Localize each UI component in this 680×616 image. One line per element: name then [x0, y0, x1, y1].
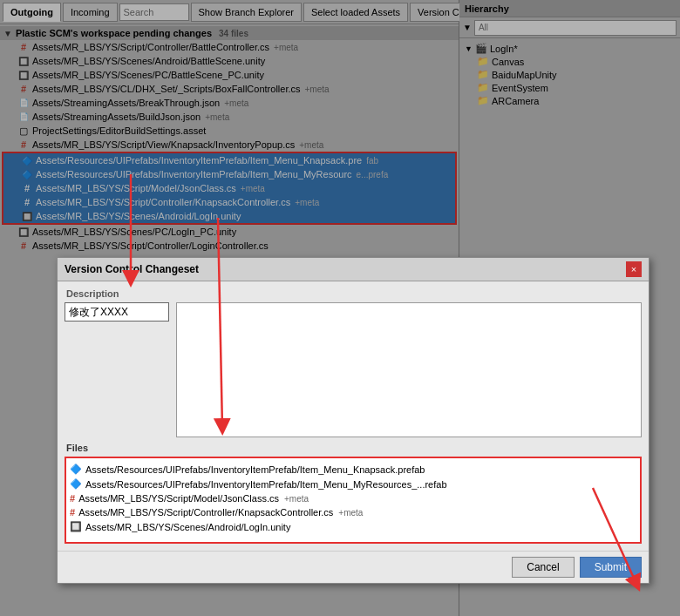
- file-path: Assets/Resources/UIPrefabs/InventoryItem…: [85, 479, 447, 490]
- modal-titlebar: Version Control Changeset ×: [58, 258, 649, 281]
- cancel-button[interactable]: Cancel: [512, 557, 574, 578]
- modal-file-item: 🔷 Assets/Resources/UIPrefabs/InventoryIt…: [70, 477, 636, 491]
- modal-file-item: 🔷 Assets/Resources/UIPrefabs/InventoryIt…: [70, 462, 636, 477]
- prefab-icon: 🔷: [70, 464, 82, 475]
- modal-overlay: Version Control Changeset × Description …: [0, 0, 680, 616]
- files-list: 🔷 Assets/Resources/UIPrefabs/InventoryIt…: [65, 457, 642, 544]
- modal-file-item: 🔲 Assets/MR_LBS/YS/Scenes/Android/LogIn.…: [70, 519, 636, 534]
- cs-icon: #: [70, 507, 75, 518]
- modal-body: Description Files 🔷 Assets/Resources/UIP…: [58, 281, 649, 551]
- file-path: Assets/MR_LBS/YS/Script/Model/JsonClass.…: [78, 493, 279, 504]
- file-path: Assets/Resources/UIPrefabs/InventoryItem…: [85, 464, 425, 475]
- prefab-icon: 🔷: [70, 478, 82, 490]
- unity-icon: 🔲: [70, 521, 82, 532]
- cs-icon: #: [70, 493, 75, 504]
- submit-button[interactable]: Submit: [580, 557, 642, 578]
- modal-file-item: # Assets/MR_LBS/YS/Script/Controller/Kna…: [70, 505, 636, 519]
- files-label: Files: [65, 443, 642, 453]
- modal-title: Version Control Changeset: [65, 263, 199, 275]
- main-window: Outgoing Incoming Show Branch Explorer S…: [0, 0, 680, 616]
- modal-file-item: # Assets/MR_LBS/YS/Script/Model/JsonClas…: [70, 491, 636, 505]
- description-label: Description: [65, 288, 642, 299]
- version-control-dialog: Version Control Changeset × Description …: [57, 257, 649, 584]
- modal-close-button[interactable]: ×: [626, 261, 642, 277]
- description-input[interactable]: [65, 302, 169, 322]
- description-textarea[interactable]: [176, 302, 642, 437]
- modal-footer: Cancel Submit: [58, 551, 649, 583]
- meta-tag: +meta: [338, 508, 363, 518]
- file-path: Assets/MR_LBS/YS/Scenes/Android/LogIn.un…: [85, 522, 290, 532]
- file-path: Assets/MR_LBS/YS/Script/Controller/Knaps…: [78, 507, 333, 518]
- meta-tag: +meta: [284, 494, 309, 504]
